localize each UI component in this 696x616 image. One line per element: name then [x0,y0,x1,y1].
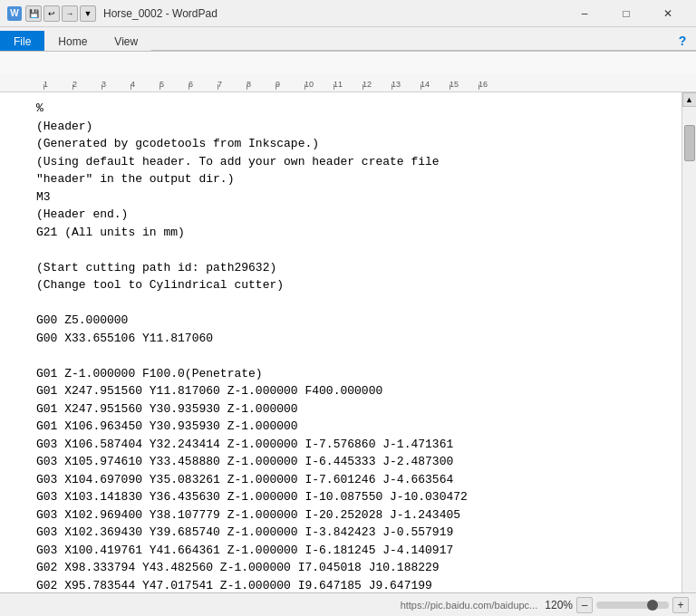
window-title: Horse_0002 - WordPad [103,7,218,20]
ruler-mark-3: 3 [102,77,130,90]
redo-btn-small[interactable]: → [62,5,78,22]
vertical-scrollbar[interactable]: ▲ [682,92,696,592]
zoom-slider[interactable] [596,602,669,609]
ruler-mark-1: 1 [44,77,72,90]
ruler: 1 2 3 4 5 6 7 8 9 10 11 12 13 14 15 16 [0,74,696,92]
help-button[interactable]: ? [669,31,696,51]
ruler-mark-12: 12 [362,77,392,90]
editor-area[interactable]: % (Header) (Generated by gcodetools from… [0,92,682,592]
zoom-minus-button[interactable]: – [576,597,593,613]
ribbon-tabs: File Home View ? [0,27,696,51]
tab-home[interactable]: Home [44,31,101,51]
ruler-mark-4: 4 [130,77,160,90]
ruler-mark-9: 9 [276,77,304,90]
main-area: % (Header) (Generated by gcodetools from… [0,92,696,592]
ruler-mark-7: 7 [218,77,246,90]
window-controls: – □ ✕ [564,0,689,27]
maximize-button[interactable]: □ [605,0,647,27]
undo-btn-small[interactable]: ↩ [44,5,60,22]
ruler-mark-10: 10 [304,77,334,90]
close-button[interactable]: ✕ [647,0,689,27]
save-btn-small[interactable]: 💾 [25,5,42,22]
ruler-mark-11: 11 [334,77,362,90]
scroll-up-arrow[interactable]: ▲ [682,92,697,107]
editor-content[interactable]: % (Header) (Generated by gcodetools from… [0,92,682,592]
watermark-text: https://pic.baidu.com/baidupc... [401,600,538,611]
minimize-button[interactable]: – [564,0,605,27]
more-btn-small[interactable]: ▼ [80,5,96,22]
zoom-label: 120% [545,599,573,611]
app-icon: W [7,6,22,21]
zoom-slider-thumb[interactable] [647,600,658,611]
ribbon: File Home View ? [0,27,696,74]
ruler-mark-16: 16 [478,77,508,90]
ruler-mark-8: 8 [246,77,276,90]
titlebar-left: W 💾 ↩ → ▼ Horse_0002 - WordPad [7,5,218,22]
zoom-plus-button[interactable]: + [672,597,689,613]
ruler-mark-13: 13 [392,77,420,90]
ruler-mark-14: 14 [420,77,450,90]
ruler-mark-5: 5 [160,77,188,90]
tab-view[interactable]: View [101,31,151,51]
zoom-controls: 120% – + [545,597,689,613]
quick-access-toolbar: 💾 ↩ → ▼ [25,5,96,22]
ruler-mark-15: 15 [450,77,478,90]
tab-file[interactable]: File [0,31,44,51]
scroll-thumb[interactable] [684,125,695,161]
ribbon-content [0,51,696,74]
ruler-mark-2: 2 [72,77,102,90]
titlebar: W 💾 ↩ → ▼ Horse_0002 - WordPad – □ ✕ [0,0,696,27]
ruler-mark-6: 6 [188,77,218,90]
statusbar: https://pic.baidu.com/baidupc... 120% – … [0,592,696,616]
